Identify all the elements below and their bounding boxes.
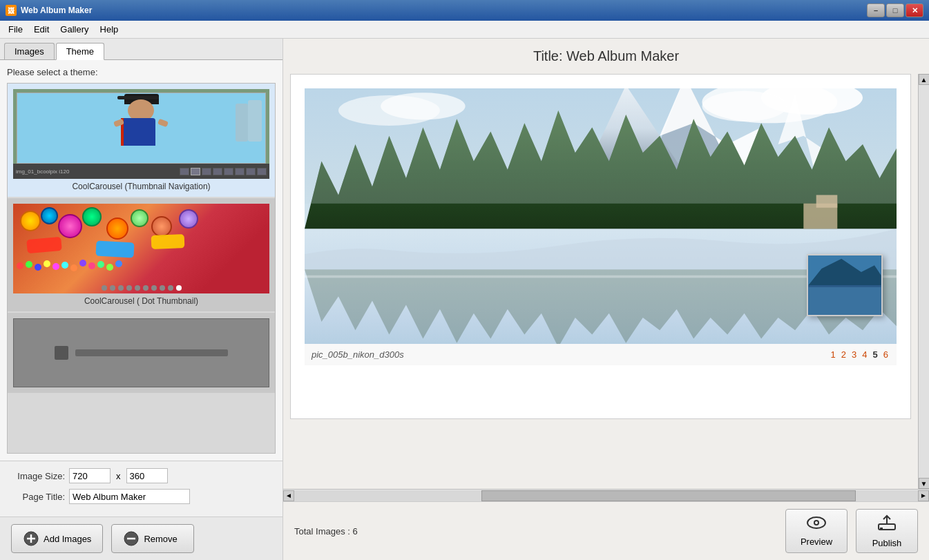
svg-point-25 bbox=[815, 521, 818, 524]
remove-label: Remove bbox=[144, 534, 177, 544]
svg-rect-22 bbox=[808, 287, 881, 315]
image-height-input[interactable] bbox=[126, 468, 168, 483]
settings-area: Image Size: x Page Title: bbox=[0, 461, 282, 516]
image-size-row: Image Size: x bbox=[10, 468, 273, 483]
remove-icon bbox=[123, 530, 140, 547]
menu-help[interactable]: Help bbox=[95, 22, 124, 37]
scroll-down-button[interactable]: ▼ bbox=[919, 478, 930, 489]
tab-theme[interactable]: Theme bbox=[56, 43, 104, 60]
theme-list[interactable]: img_01_bcoolpix i120 bbox=[8, 84, 275, 453]
close-button[interactable]: ✕ bbox=[906, 3, 923, 17]
menu-bar: File Edit Gallery Help bbox=[0, 21, 929, 39]
main-container: Images Theme Please select a theme: bbox=[0, 39, 929, 560]
page-num-5[interactable]: 5 bbox=[872, 349, 879, 360]
horizontal-scrollbar: ◄ ► bbox=[283, 489, 929, 501]
svg-point-10 bbox=[381, 93, 465, 119]
hscroll-track[interactable] bbox=[294, 490, 918, 501]
page-num-4[interactable]: 4 bbox=[861, 349, 868, 360]
theme-item-2[interactable]: CoolCarousel ( Dot Thumbnail) bbox=[8, 198, 275, 311]
title-bar-left: 🖼 Web Album Maker bbox=[6, 5, 92, 16]
thumbnail-popup-image bbox=[808, 255, 881, 315]
add-images-button[interactable]: Add Images bbox=[11, 524, 103, 553]
tab-content: Please select a theme: bbox=[0, 59, 282, 560]
menu-file[interactable]: File bbox=[3, 22, 28, 37]
preview-icon bbox=[807, 516, 826, 534]
maximize-button[interactable]: □ bbox=[886, 3, 904, 17]
image-width-input[interactable] bbox=[69, 468, 111, 483]
tab-images[interactable]: Images bbox=[4, 43, 55, 59]
theme-preview-baseball: img_01_bcoolpix i120 bbox=[13, 89, 269, 179]
title-bar: 🖼 Web Album Maker – □ ✕ bbox=[0, 0, 929, 21]
image-caption-bar: pic_005b_nikon_d300s 1 2 3 4 5 6 bbox=[305, 344, 897, 365]
action-buttons: Preview Publish bbox=[785, 509, 918, 553]
image-caption: pic_005b_nikon_d300s bbox=[312, 349, 404, 360]
thumbnail-triangle bbox=[822, 315, 833, 316]
action-bar: Total Images : 6 Preview bbox=[283, 501, 929, 560]
total-images-label: Total Images : 6 bbox=[294, 526, 358, 537]
scroll-right-button[interactable]: ► bbox=[918, 490, 929, 501]
theme-area: Please select a theme: bbox=[0, 60, 282, 461]
page-title-input[interactable] bbox=[69, 489, 190, 504]
preview-area-wrapper: pic_005b_nikon_d300s 1 2 3 4 5 6 bbox=[283, 74, 929, 489]
window-title: Web Album Maker bbox=[21, 6, 92, 15]
svg-rect-17 bbox=[816, 195, 838, 207]
publish-icon bbox=[877, 514, 897, 535]
theme-item-1[interactable]: img_01_bcoolpix i120 bbox=[8, 84, 275, 197]
title-bar-controls: – □ ✕ bbox=[867, 3, 923, 17]
thumbnail-popup bbox=[807, 254, 883, 316]
image-size-label: Image Size: bbox=[10, 471, 65, 481]
preview-label: Preview bbox=[801, 537, 832, 547]
svg-point-8 bbox=[702, 91, 786, 122]
menu-gallery[interactable]: Gallery bbox=[55, 22, 94, 37]
page-title-label: Page Title: bbox=[10, 492, 65, 502]
scroll-left-button[interactable]: ◄ bbox=[283, 490, 294, 501]
x-separator: x bbox=[116, 471, 121, 481]
theme-preview-jewelry bbox=[13, 204, 269, 293]
bottom-buttons: Add Images Remove bbox=[0, 516, 282, 560]
theme-name-2: CoolCarousel ( Dot Thumbnail) bbox=[13, 296, 269, 306]
menu-edit[interactable]: Edit bbox=[28, 22, 55, 37]
publish-label: Publish bbox=[872, 538, 902, 548]
add-images-label: Add Images bbox=[44, 534, 91, 544]
gallery-title: Title: Web Album Maker bbox=[283, 39, 929, 74]
main-image-area: pic_005b_nikon_d300s 1 2 3 4 5 6 bbox=[305, 88, 897, 365]
scroll-up-button[interactable]: ▲ bbox=[919, 74, 930, 85]
publish-button[interactable]: Publish bbox=[856, 509, 918, 553]
page-num-3[interactable]: 3 bbox=[850, 349, 858, 360]
tabs: Images Theme bbox=[0, 39, 282, 59]
right-panel: Title: Web Album Maker bbox=[283, 39, 929, 560]
add-icon bbox=[23, 530, 39, 547]
theme-name-1: CoolCarousel (Thumbnail Navigation) bbox=[13, 182, 269, 191]
preview-container[interactable]: pic_005b_nikon_d300s 1 2 3 4 5 6 bbox=[283, 74, 918, 489]
page-num-6[interactable]: 6 bbox=[882, 349, 890, 360]
left-panel: Images Theme Please select a theme: bbox=[0, 39, 283, 560]
minimize-button[interactable]: – bbox=[867, 3, 885, 17]
main-image bbox=[305, 88, 897, 344]
page-num-1[interactable]: 1 bbox=[830, 349, 837, 360]
theme-item-3[interactable] bbox=[8, 313, 275, 393]
page-title-row: Page Title: bbox=[10, 489, 273, 504]
page-num-2[interactable]: 2 bbox=[840, 349, 847, 360]
remove-button[interactable]: Remove bbox=[111, 524, 194, 553]
page-numbers: 1 2 3 4 5 6 bbox=[830, 349, 890, 360]
theme-select-label: Please select a theme: bbox=[7, 67, 276, 77]
app-icon: 🖼 bbox=[6, 5, 17, 16]
theme-list-container: img_01_bcoolpix i120 bbox=[7, 83, 276, 454]
preview-button[interactable]: Preview bbox=[785, 509, 847, 553]
hscroll-thumb[interactable] bbox=[481, 490, 856, 501]
right-scrollbar: ▲ ▼ bbox=[918, 74, 929, 489]
preview-frame: pic_005b_nikon_d300s 1 2 3 4 5 6 bbox=[290, 74, 911, 419]
